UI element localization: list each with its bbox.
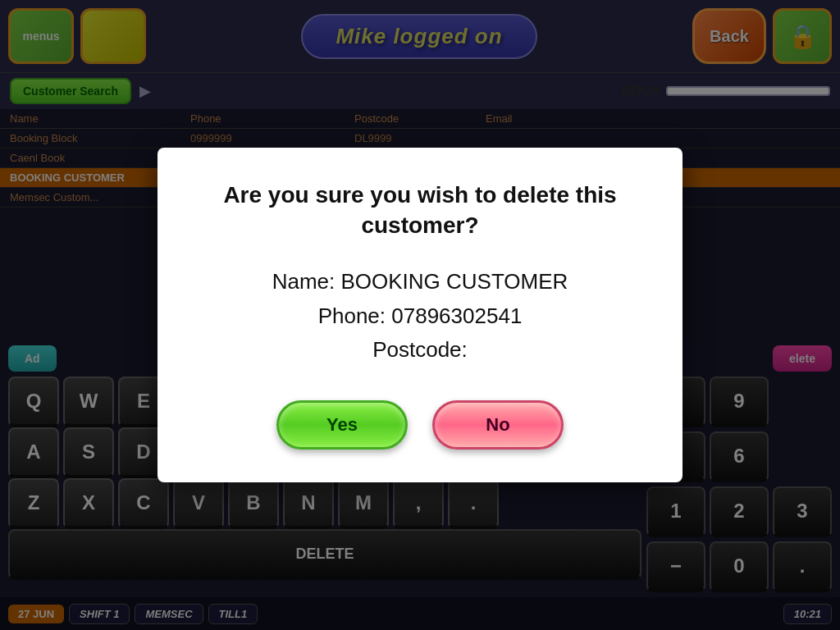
confirm-no-button[interactable]: No: [432, 400, 564, 450]
modal-postcode-line: Postcode:: [199, 333, 641, 368]
modal-question: Are you sure you wish to delete this cus…: [199, 180, 641, 240]
modal-phone-label: Phone:: [318, 304, 386, 328]
confirm-delete-modal: Are you sure you wish to delete this cus…: [158, 148, 682, 482]
modal-phone-line: Phone: 07896302541: [199, 299, 641, 334]
confirm-yes-button[interactable]: Yes: [276, 400, 408, 450]
no-label: No: [486, 414, 509, 435]
modal-name-label: Name:: [272, 269, 336, 294]
modal-postcode-label: Postcode:: [372, 337, 468, 362]
modal-overlay: Are you sure you wish to delete this cus…: [0, 0, 840, 630]
yes-label: Yes: [326, 414, 358, 435]
modal-details: Name: BOOKING CUSTOMER Phone: 0789630254…: [199, 265, 641, 368]
modal-name-line: Name: BOOKING CUSTOMER: [199, 265, 641, 299]
modal-phone-value: 07896302541: [391, 304, 522, 328]
modal-buttons: Yes No: [199, 400, 641, 450]
modal-name-value: BOOKING CUSTOMER: [340, 269, 568, 294]
